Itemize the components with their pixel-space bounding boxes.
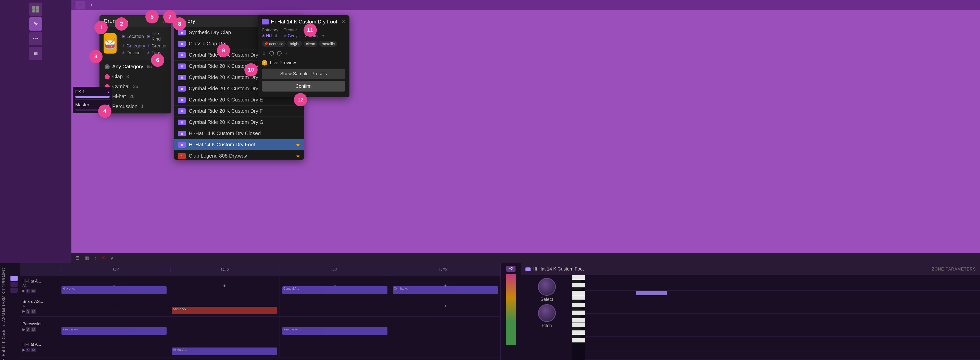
tag-acoustic[interactable]: 📌 acoustic xyxy=(262,41,286,47)
detail-meta-creator-col: Creator ✳ Genys xyxy=(283,28,299,38)
result-item[interactable]: ▦ Cymbal Ride 20 K Custom Dry F xyxy=(174,106,304,117)
piano-key-black[interactable] xyxy=(573,308,581,311)
solo-icon[interactable] xyxy=(10,282,18,287)
m-btn[interactable]: M xyxy=(31,289,36,293)
piano-key-white[interactable] xyxy=(573,323,585,327)
add-t2c4-icon[interactable]: + xyxy=(444,304,447,309)
rating-circle-2[interactable] xyxy=(277,51,282,56)
track-1-cell-3[interactable]: + Cymbal A... xyxy=(280,276,390,296)
toolbar-icon-1[interactable]: ☰ xyxy=(74,254,81,262)
tag-bright[interactable]: bright xyxy=(287,41,302,47)
track-2-cell-4[interactable]: + xyxy=(390,296,500,316)
confirm-button[interactable]: Confirm xyxy=(262,81,345,92)
play-icon[interactable]: ▶ xyxy=(22,289,25,293)
filter-creator[interactable]: ✳ Creator xyxy=(147,43,167,49)
filter-location[interactable]: ✳ Location xyxy=(122,31,145,42)
m4-btn[interactable]: M xyxy=(31,348,36,352)
filter-file-kind[interactable]: ✳ File Kind xyxy=(147,31,167,42)
result-item-selected[interactable]: ▦ Hi-Hat 14 K Custom Dry Foot ★ xyxy=(174,139,304,151)
mute-icon[interactable] xyxy=(10,288,18,293)
perc-cell-name-2: Percussion... xyxy=(282,327,387,332)
track-4-cell-2[interactable]: Hi-Hat A... xyxy=(169,337,280,357)
detail-panel: Hi-Hat 14 K Custom Dry Foot ✕ Category ✳… xyxy=(258,15,350,97)
piano-key-black[interactable] xyxy=(573,315,581,318)
sidebar-icon-eq[interactable]: ≋ xyxy=(29,47,42,60)
piano-key-white[interactable] xyxy=(573,283,585,288)
result-item[interactable]: 〜 Clap Legend 808 Dry.wav ★ xyxy=(174,151,304,160)
piano-key-white[interactable] xyxy=(573,303,585,308)
track-3-cell-3[interactable]: Percussion... xyxy=(280,317,390,337)
track-4-cell-4[interactable] xyxy=(390,337,500,357)
tab-secondary[interactable]: + xyxy=(87,1,96,10)
toolbar-expand-btn[interactable]: ∧ xyxy=(109,254,115,262)
sidebar-icon-wave[interactable]: 〜 xyxy=(29,32,42,45)
track-4-cell-3[interactable] xyxy=(280,337,390,357)
tab-main[interactable]: ≡ xyxy=(75,1,85,10)
select-knob[interactable] xyxy=(538,278,556,296)
fx-fader[interactable] xyxy=(75,96,110,98)
track-1-cell-4[interactable]: + Cymbal A... xyxy=(390,276,500,296)
s-btn[interactable]: S xyxy=(26,289,30,293)
sidebar-icon-grid[interactable] xyxy=(29,3,42,16)
track-3-cell-1[interactable]: Percussion... xyxy=(59,317,169,337)
m3-btn[interactable]: M xyxy=(31,327,36,332)
toolbar-icon-2[interactable]: ▦ xyxy=(83,254,91,262)
detail-meta-category-value: ✳ Hi-hat xyxy=(262,33,278,38)
detail-close-button[interactable]: ✕ xyxy=(342,19,345,25)
sidebar-icon-star[interactable]: ✳ xyxy=(29,17,42,30)
tag-clean[interactable]: clean xyxy=(304,41,318,47)
piano-key-black[interactable] xyxy=(573,300,581,303)
play4-icon[interactable]: ▶ xyxy=(22,348,25,352)
filter-device[interactable]: ✳ Device xyxy=(122,50,145,56)
piano-roll-grid[interactable] xyxy=(585,275,980,360)
category-item-any[interactable]: ✳ Any Category 65 xyxy=(99,62,171,71)
piano-key-black[interactable] xyxy=(573,280,581,283)
result-item[interactable]: ▦ Hi-Hat 14 K Custom Dry Closed xyxy=(174,128,304,139)
track-3-cell-4[interactable] xyxy=(390,317,500,337)
piano-key-black[interactable] xyxy=(573,288,581,291)
piano-key-white[interactable] xyxy=(573,330,585,335)
piano-key-white[interactable] xyxy=(573,318,585,323)
fx-button[interactable]: FX xyxy=(506,266,515,272)
piano-roll-note[interactable] xyxy=(636,291,667,295)
piano-key-white[interactable] xyxy=(573,295,585,300)
piano-key-white[interactable] xyxy=(573,311,585,315)
result-item[interactable]: ▦ Cymbal Ride 20 K Custom Dry G xyxy=(174,117,304,128)
toolbar-icon-4[interactable]: ✕ xyxy=(100,254,107,262)
detail-header: Hi-Hat 14 K Custom Dry Foot ✕ xyxy=(262,19,345,25)
track-2-cell-1[interactable]: + xyxy=(59,296,169,316)
track-row-4: Hi-Hat A... ▶ S M Hi-Hat A... xyxy=(21,337,500,357)
piano-key-white[interactable] xyxy=(573,291,585,295)
play2-icon[interactable]: ▶ xyxy=(22,309,25,314)
pitch-knob[interactable] xyxy=(538,304,556,322)
track-4-cell-1[interactable] xyxy=(59,337,169,357)
piano-key-black[interactable] xyxy=(573,335,581,338)
track-1-cell-2[interactable]: + xyxy=(169,276,280,296)
add-t2c1-icon[interactable]: + xyxy=(113,304,116,309)
m2-btn[interactable]: M xyxy=(31,309,36,314)
add-t2c3-icon[interactable]: + xyxy=(334,304,336,309)
s2-btn[interactable]: S xyxy=(26,309,30,314)
add-cell-2-icon[interactable]: + xyxy=(223,283,226,289)
track-2-cell-2[interactable]: Snare AS... xyxy=(169,296,280,316)
track-2-cell-3[interactable]: + xyxy=(280,296,390,316)
piano-key-white[interactable] xyxy=(573,275,585,280)
rating-star-icon[interactable]: ☆ xyxy=(262,50,266,56)
s3-btn[interactable]: S xyxy=(26,327,30,332)
toolbar-icon-3[interactable]: ↕ xyxy=(92,254,98,262)
filter-category[interactable]: ✳ Category xyxy=(122,43,145,49)
power-icon[interactable] xyxy=(10,276,18,281)
rating-plus-icon[interactable]: + xyxy=(285,51,288,56)
track-1-cell-1[interactable]: + Hi-Hat A... xyxy=(59,276,169,296)
browser-star-icon[interactable]: ☆ xyxy=(162,18,167,24)
piano-key-white[interactable] xyxy=(573,338,585,343)
s4-btn[interactable]: S xyxy=(26,348,30,352)
filter-tags[interactable]: ✳ Tags xyxy=(147,50,167,56)
piano-key-black[interactable] xyxy=(573,327,581,330)
tag-metallic[interactable]: metallic xyxy=(319,41,337,47)
show-sampler-presets-button[interactable]: Show Sampler Presets xyxy=(262,68,345,79)
rating-circle-1[interactable] xyxy=(269,51,274,56)
category-item-clap[interactable]: Clap 3 xyxy=(99,71,171,82)
play3-icon[interactable]: ▶ xyxy=(22,327,25,332)
track-3-cell-2[interactable] xyxy=(169,317,280,337)
